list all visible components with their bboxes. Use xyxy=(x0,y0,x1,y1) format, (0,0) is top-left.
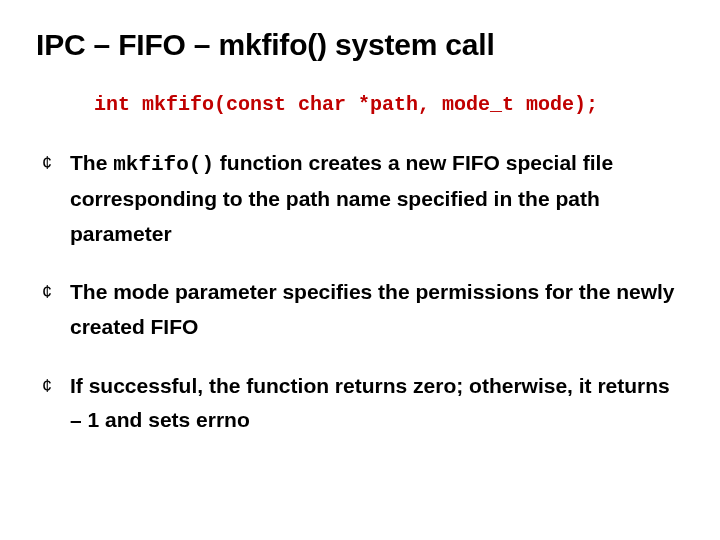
title-suffix: system call xyxy=(327,28,495,61)
title-func: mkfifo() xyxy=(218,28,326,61)
slide: IPC – FIFO – mkfifo() system call int mk… xyxy=(0,0,720,540)
bullet-text-pre: The xyxy=(70,151,113,174)
slide-title: IPC – FIFO – mkfifo() system call xyxy=(36,28,684,63)
function-signature: int mkfifo(const char *path, mode_t mode… xyxy=(94,93,684,116)
bullet-item: The mkfifo() function creates a new FIFO… xyxy=(36,146,684,252)
bullet-list: The mkfifo() function creates a new FIFO… xyxy=(36,146,684,438)
bullet-item: The mode parameter specifies the permiss… xyxy=(36,275,684,344)
bullet-text: If successful, the function returns zero… xyxy=(70,374,670,432)
bullet-item: If successful, the function returns zero… xyxy=(36,369,684,438)
title-prefix: IPC – FIFO – xyxy=(36,28,218,61)
bullet-code: mkfifo() xyxy=(113,153,214,176)
bullet-text: The mode parameter specifies the permiss… xyxy=(70,280,675,338)
